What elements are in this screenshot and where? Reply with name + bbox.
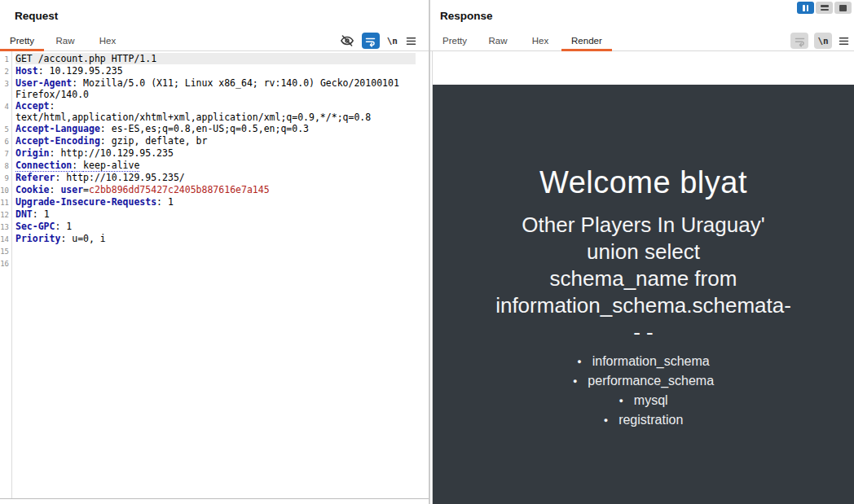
tab-label: Raw <box>489 36 508 46</box>
schema-list-item: ●information_schema <box>433 352 854 371</box>
schema-name: mysql <box>634 393 668 407</box>
line-number: 2 <box>0 65 11 77</box>
request-line-13: 13Sec-GPC: 1 <box>0 221 429 233</box>
word-wrap-icon <box>794 35 806 47</box>
bullet-icon: ● <box>618 391 623 410</box>
line-content[interactable]: GET /account.php HTTP/1.1 <box>15 53 416 64</box>
tab-label: Pretty <box>442 36 467 46</box>
bullet-icon: ● <box>577 352 581 371</box>
hamburger-menu-icon <box>838 35 850 47</box>
tab-label: Hex <box>99 36 116 46</box>
schema-name: performance_schema <box>588 374 714 388</box>
schema-list-item: ●performance_schema <box>433 371 854 391</box>
editor-menu-button[interactable] <box>405 35 417 47</box>
welcome-subtitle: Other Players In Uraguay'union selectsch… <box>433 212 854 346</box>
request-line-9: 9Referer: http://10.129.95.235/ <box>0 172 429 184</box>
line-number: 14 <box>0 233 11 245</box>
request-editor[interactable]: 1GET /account.php HTTP/1.12Host: 10.129.… <box>0 51 429 499</box>
line-content[interactable] <box>15 257 416 269</box>
line-number: 12 <box>0 208 11 221</box>
line-content[interactable]: Connection: keep-alive <box>15 160 416 171</box>
word-wrap-icon <box>364 35 376 47</box>
line-content[interactable]: User-Agent: Mozilla/5.0 (X11; Linux x86_… <box>15 77 416 100</box>
request-iconbar: \n <box>340 31 417 50</box>
pause-button[interactable] <box>797 2 814 14</box>
response-pane: Response PrettyRawHexRender \n <box>430 0 854 504</box>
request-line-10: 10Cookie: user=c2bb896dd75427c2405b88761… <box>0 184 429 196</box>
response-iconbar: \n <box>790 31 850 50</box>
request-line-6: 6Accept-Encoding: gzip, deflate, br <box>0 135 429 147</box>
line-number: 6 <box>0 135 11 147</box>
show-newlines-toggle[interactable]: \n <box>387 36 398 46</box>
editor-menu-button[interactable] <box>838 35 850 47</box>
split-rows-button[interactable] <box>816 2 833 14</box>
line-content[interactable]: Upgrade-Insecure-Requests: 1 <box>15 196 416 208</box>
rendered-page-body: Welcome blyat Other Players In Uraguay'u… <box>433 85 854 504</box>
subtitle-line: - - <box>433 319 854 346</box>
line-content[interactable]: Sec-GPC: 1 <box>15 221 416 232</box>
tabbar-spacer <box>612 31 790 50</box>
bullet-icon: ● <box>573 371 577 391</box>
tab-label: Hex <box>532 36 548 46</box>
response-title: Response <box>430 0 854 31</box>
request-title: Request <box>0 0 429 31</box>
line-content[interactable]: Accept-Encoding: gzip, deflate, br <box>15 135 416 147</box>
request-line-8: 8Connection: keep-alive <box>0 160 429 172</box>
line-content[interactable]: Priority: u=0, i <box>15 233 416 244</box>
schema-name: information_schema <box>592 354 710 368</box>
hamburger-menu-icon <box>405 35 417 47</box>
pause-icon <box>803 5 805 11</box>
line-content[interactable]: Origin: http://10.129.95.235 <box>15 147 416 159</box>
tab-label: Render <box>571 36 602 46</box>
line-content[interactable]: Accept: text/html,application/xhtml+xml,… <box>15 100 416 123</box>
request-line-15: 15 <box>0 245 429 257</box>
subtitle-line: Other Players In Uraguay' <box>433 212 854 239</box>
schema-list-item: ●registration <box>433 410 854 430</box>
response-render-view: Welcome blyat Other Players In Uraguay'u… <box>432 51 854 504</box>
line-number: 13 <box>0 221 11 233</box>
response-tab-render[interactable]: Render <box>561 31 612 50</box>
line-number: 15 <box>0 245 11 257</box>
single-pane-icon <box>839 5 847 11</box>
tabbar-spacer <box>129 31 340 50</box>
line-content[interactable]: DNT: 1 <box>15 208 416 220</box>
line-number: 16 <box>0 257 11 270</box>
request-line-16: 16 <box>0 257 429 270</box>
request-tab-pretty[interactable]: Pretty <box>0 31 44 50</box>
line-number: 8 <box>0 160 11 172</box>
bullet-icon: ● <box>604 410 608 430</box>
request-line-3: 3User-Agent: Mozilla/5.0 (X11; Linux x86… <box>0 77 429 100</box>
response-tabbar: PrettyRawHexRender \n <box>430 31 854 51</box>
line-content[interactable] <box>15 245 416 256</box>
schema-name: registration <box>618 413 683 427</box>
rendered-page-top-margin <box>433 51 854 85</box>
request-line-14: 14Priority: u=0, i <box>0 233 429 245</box>
line-content[interactable]: Accept-Language: es-ES,es;q=0.8,en-US;q=… <box>15 123 416 134</box>
line-content[interactable]: Referer: http://10.129.95.235/ <box>15 172 416 183</box>
line-number: 1 <box>0 53 11 65</box>
split-rows-icon <box>821 5 829 11</box>
request-tab-hex[interactable]: Hex <box>86 31 129 50</box>
response-tab-hex[interactable]: Hex <box>519 31 561 50</box>
single-pane-button[interactable] <box>834 2 852 14</box>
line-number: 10 <box>0 184 11 196</box>
hide-response-eye-off-icon[interactable] <box>340 33 354 48</box>
tab-label: Raw <box>56 36 75 46</box>
word-wrap-toggle[interactable] <box>362 33 380 49</box>
welcome-heading: Welcome blyat <box>433 165 854 200</box>
request-line-12: 12DNT: 1 <box>0 208 429 221</box>
response-tab-raw[interactable]: Raw <box>477 31 519 50</box>
request-tab-raw[interactable]: Raw <box>44 31 86 50</box>
line-number: 3 <box>0 77 11 90</box>
response-tab-pretty[interactable]: Pretty <box>433 31 477 50</box>
line-number: 4 <box>0 100 11 112</box>
line-number: 5 <box>0 123 11 135</box>
line-number: 9 <box>0 172 11 184</box>
request-line-1: 1GET /account.php HTTP/1.1 <box>0 53 429 65</box>
tab-label: Pretty <box>10 36 34 46</box>
subtitle-line: union select <box>433 239 854 265</box>
line-content[interactable]: Cookie: user=c2bb896dd75427c2405b887616e… <box>15 184 416 195</box>
schema-list: ●information_schema●performance_schema●m… <box>433 352 854 430</box>
line-content[interactable]: Host: 10.129.95.235 <box>15 65 416 77</box>
request-line-4: 4Accept: text/html,application/xhtml+xml… <box>0 100 429 123</box>
